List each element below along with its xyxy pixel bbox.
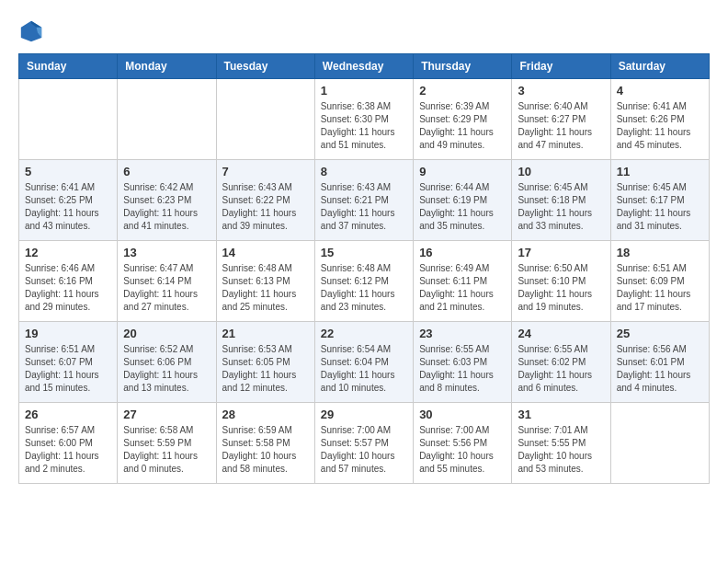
day-number: 3	[518, 84, 604, 98]
day-info: Sunrise: 6:51 AM Sunset: 6:09 PM Dayligh…	[617, 262, 703, 314]
calendar-cell: 12Sunrise: 6:46 AM Sunset: 6:16 PM Dayli…	[19, 241, 118, 322]
calendar-cell: 8Sunrise: 6:43 AM Sunset: 6:21 PM Daylig…	[314, 160, 413, 241]
week-row-2: 5Sunrise: 6:41 AM Sunset: 6:25 PM Daylig…	[19, 160, 710, 241]
calendar-cell	[19, 79, 118, 160]
day-info: Sunrise: 6:54 AM Sunset: 6:04 PM Dayligh…	[321, 343, 407, 395]
weekday-header-monday: Monday	[118, 54, 216, 79]
calendar-cell	[610, 403, 709, 484]
day-info: Sunrise: 6:59 AM Sunset: 5:58 PM Dayligh…	[222, 424, 309, 476]
day-number: 30	[419, 408, 506, 421]
calendar-cell: 22Sunrise: 6:54 AM Sunset: 6:04 PM Dayli…	[314, 322, 413, 403]
day-info: Sunrise: 6:45 AM Sunset: 6:17 PM Dayligh…	[617, 181, 703, 233]
day-number: 27	[123, 408, 210, 421]
day-info: Sunrise: 6:40 AM Sunset: 6:27 PM Dayligh…	[518, 100, 604, 152]
calendar-cell: 5Sunrise: 6:41 AM Sunset: 6:25 PM Daylig…	[19, 160, 118, 241]
day-info: Sunrise: 6:41 AM Sunset: 6:25 PM Dayligh…	[25, 181, 111, 233]
weekday-header-wednesday: Wednesday	[314, 54, 413, 79]
day-number: 16	[419, 246, 506, 259]
calendar-cell: 17Sunrise: 6:50 AM Sunset: 6:10 PM Dayli…	[512, 241, 610, 322]
day-info: Sunrise: 6:48 AM Sunset: 6:12 PM Dayligh…	[321, 262, 407, 314]
day-number: 20	[123, 327, 210, 340]
day-info: Sunrise: 7:00 AM Sunset: 5:56 PM Dayligh…	[419, 424, 506, 476]
calendar-cell: 30Sunrise: 7:00 AM Sunset: 5:56 PM Dayli…	[414, 403, 512, 484]
day-number: 22	[321, 327, 407, 340]
calendar-cell: 4Sunrise: 6:41 AM Sunset: 6:26 PM Daylig…	[610, 79, 709, 160]
day-info: Sunrise: 6:49 AM Sunset: 6:11 PM Dayligh…	[419, 262, 506, 314]
calendar-cell: 26Sunrise: 6:57 AM Sunset: 6:00 PM Dayli…	[19, 403, 118, 484]
day-number: 4	[617, 84, 703, 98]
day-info: Sunrise: 7:00 AM Sunset: 5:57 PM Dayligh…	[321, 424, 407, 476]
calendar-cell: 6Sunrise: 6:42 AM Sunset: 6:23 PM Daylig…	[118, 160, 216, 241]
day-info: Sunrise: 6:44 AM Sunset: 6:19 PM Dayligh…	[419, 181, 506, 233]
week-row-5: 26Sunrise: 6:57 AM Sunset: 6:00 PM Dayli…	[19, 403, 710, 484]
day-number: 26	[25, 408, 111, 421]
day-number: 14	[222, 246, 309, 259]
day-info: Sunrise: 6:48 AM Sunset: 6:13 PM Dayligh…	[222, 262, 309, 314]
day-number: 13	[123, 246, 210, 259]
day-info: Sunrise: 6:42 AM Sunset: 6:23 PM Dayligh…	[123, 181, 210, 233]
calendar-cell: 2Sunrise: 6:39 AM Sunset: 6:29 PM Daylig…	[414, 79, 512, 160]
calendar-cell	[216, 79, 314, 160]
week-row-3: 12Sunrise: 6:46 AM Sunset: 6:16 PM Dayli…	[19, 241, 710, 322]
day-number: 12	[25, 246, 111, 259]
weekday-header-friday: Friday	[512, 54, 610, 79]
day-info: Sunrise: 6:55 AM Sunset: 6:02 PM Dayligh…	[518, 343, 604, 395]
calendar-cell: 24Sunrise: 6:55 AM Sunset: 6:02 PM Dayli…	[512, 322, 610, 403]
day-info: Sunrise: 6:57 AM Sunset: 6:00 PM Dayligh…	[25, 424, 111, 476]
page-header	[18, 18, 710, 44]
calendar-cell: 19Sunrise: 6:51 AM Sunset: 6:07 PM Dayli…	[19, 322, 118, 403]
day-number: 28	[222, 408, 309, 421]
weekday-header-thursday: Thursday	[414, 54, 512, 79]
day-number: 24	[518, 327, 604, 340]
calendar-cell: 3Sunrise: 6:40 AM Sunset: 6:27 PM Daylig…	[512, 79, 610, 160]
day-info: Sunrise: 6:51 AM Sunset: 6:07 PM Dayligh…	[25, 343, 111, 395]
day-info: Sunrise: 6:50 AM Sunset: 6:10 PM Dayligh…	[518, 262, 604, 314]
logo-icon	[18, 18, 44, 44]
calendar-cell: 10Sunrise: 6:45 AM Sunset: 6:18 PM Dayli…	[512, 160, 610, 241]
day-number: 8	[321, 165, 407, 178]
day-info: Sunrise: 6:58 AM Sunset: 5:59 PM Dayligh…	[123, 424, 210, 476]
day-info: Sunrise: 6:46 AM Sunset: 6:16 PM Dayligh…	[25, 262, 111, 314]
weekday-header-sunday: Sunday	[19, 54, 118, 79]
day-number: 18	[617, 246, 703, 259]
day-number: 2	[419, 84, 506, 98]
weekday-header-saturday: Saturday	[610, 54, 709, 79]
day-info: Sunrise: 6:56 AM Sunset: 6:01 PM Dayligh…	[617, 343, 703, 395]
day-number: 5	[25, 165, 111, 178]
day-info: Sunrise: 6:55 AM Sunset: 6:03 PM Dayligh…	[419, 343, 506, 395]
calendar-cell: 9Sunrise: 6:44 AM Sunset: 6:19 PM Daylig…	[414, 160, 512, 241]
day-number: 31	[518, 408, 604, 421]
calendar-table: SundayMondayTuesdayWednesdayThursdayFrid…	[18, 53, 710, 484]
calendar-cell: 11Sunrise: 6:45 AM Sunset: 6:17 PM Dayli…	[610, 160, 709, 241]
day-number: 6	[123, 165, 210, 178]
day-info: Sunrise: 6:52 AM Sunset: 6:06 PM Dayligh…	[123, 343, 210, 395]
week-row-4: 19Sunrise: 6:51 AM Sunset: 6:07 PM Dayli…	[19, 322, 710, 403]
day-number: 17	[518, 246, 604, 259]
calendar-cell: 21Sunrise: 6:53 AM Sunset: 6:05 PM Dayli…	[216, 322, 314, 403]
day-info: Sunrise: 6:45 AM Sunset: 6:18 PM Dayligh…	[518, 181, 604, 233]
day-info: Sunrise: 6:43 AM Sunset: 6:21 PM Dayligh…	[321, 181, 407, 233]
calendar-cell	[118, 79, 216, 160]
calendar-cell: 23Sunrise: 6:55 AM Sunset: 6:03 PM Dayli…	[414, 322, 512, 403]
day-number: 21	[222, 327, 309, 340]
calendar-cell: 25Sunrise: 6:56 AM Sunset: 6:01 PM Dayli…	[610, 322, 709, 403]
day-number: 19	[25, 327, 111, 340]
calendar-cell: 27Sunrise: 6:58 AM Sunset: 5:59 PM Dayli…	[118, 403, 216, 484]
calendar-cell: 1Sunrise: 6:38 AM Sunset: 6:30 PM Daylig…	[314, 79, 413, 160]
calendar-cell: 7Sunrise: 6:43 AM Sunset: 6:22 PM Daylig…	[216, 160, 314, 241]
logo	[18, 18, 48, 44]
day-info: Sunrise: 6:53 AM Sunset: 6:05 PM Dayligh…	[222, 343, 309, 395]
day-number: 29	[321, 408, 407, 421]
day-number: 15	[321, 246, 407, 259]
calendar-cell: 28Sunrise: 6:59 AM Sunset: 5:58 PM Dayli…	[216, 403, 314, 484]
day-number: 10	[518, 165, 604, 178]
calendar-cell: 16Sunrise: 6:49 AM Sunset: 6:11 PM Dayli…	[414, 241, 512, 322]
day-number: 11	[617, 165, 703, 178]
day-info: Sunrise: 7:01 AM Sunset: 5:55 PM Dayligh…	[518, 424, 604, 476]
calendar-cell: 14Sunrise: 6:48 AM Sunset: 6:13 PM Dayli…	[216, 241, 314, 322]
day-number: 25	[617, 327, 703, 340]
calendar-cell: 18Sunrise: 6:51 AM Sunset: 6:09 PM Dayli…	[610, 241, 709, 322]
day-info: Sunrise: 6:39 AM Sunset: 6:29 PM Dayligh…	[419, 100, 506, 152]
day-info: Sunrise: 6:38 AM Sunset: 6:30 PM Dayligh…	[321, 100, 407, 152]
weekday-header-tuesday: Tuesday	[216, 54, 314, 79]
